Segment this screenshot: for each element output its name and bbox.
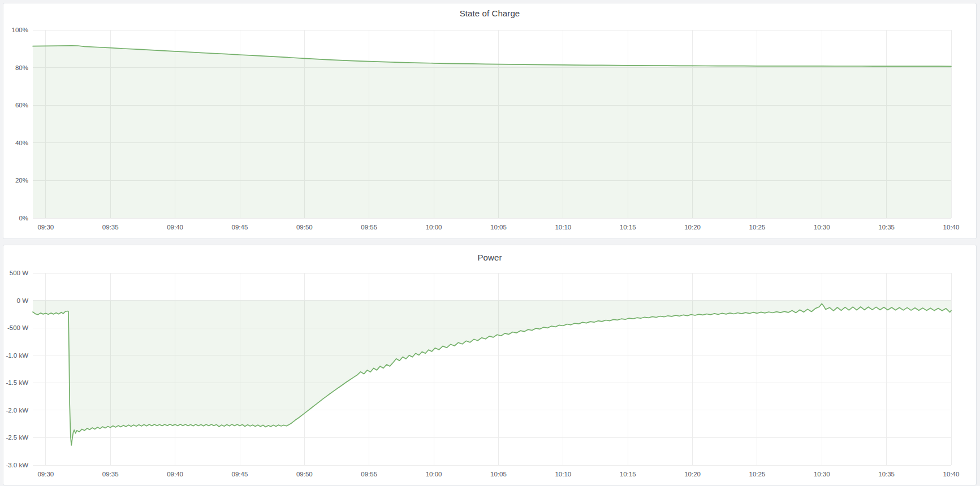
x-tick-label: 10:30 [814, 223, 830, 231]
y-tick-label: 100% [3, 26, 28, 34]
x-tick-label: 10:35 [878, 470, 895, 478]
y-tick-label: -2.5 kW [3, 433, 28, 441]
y-tick-label: 40% [3, 139, 28, 147]
x-tick-label: 10:15 [620, 223, 636, 231]
x-tick-label: 09:40 [167, 470, 183, 478]
panel-state-of-charge: State of Charge 100%80%60%40%20%0%09:300… [3, 3, 977, 239]
x-tick-label: 09:30 [37, 223, 54, 231]
x-tick-label: 10:10 [555, 470, 571, 478]
power-plot-area[interactable] [33, 273, 951, 465]
y-tick-label: -1.0 kW [3, 352, 28, 359]
x-tick-label: 10:05 [490, 470, 507, 478]
y-tick-label: 20% [3, 176, 28, 184]
x-tick-label: 09:55 [361, 470, 377, 478]
x-tick-label: 09:35 [102, 470, 119, 478]
x-tick-label: 09:30 [37, 470, 54, 478]
x-tick-label: 09:35 [102, 223, 119, 231]
x-tick-label: 10:25 [749, 470, 766, 478]
soc-plot-area[interactable] [33, 30, 951, 218]
x-tick-label: 10:20 [684, 223, 701, 231]
y-tick-label: 60% [3, 101, 28, 109]
soc-area-fill [33, 46, 951, 218]
x-tick-label: 10:25 [749, 223, 766, 231]
x-tick-label: 10:30 [814, 470, 830, 478]
panel-power: Power 500 W0 W-500 W-1.0 kW-1.5 kW-2.0 k… [3, 245, 977, 485]
x-tick-label: 10:00 [426, 223, 442, 231]
y-tick-label: -1.5 kW [3, 379, 28, 387]
x-tick-label: 10:40 [943, 470, 960, 478]
x-tick-label: 09:50 [296, 470, 313, 478]
x-tick-label: 09:55 [361, 223, 377, 231]
dashboard: { "page": { "background_color": "#f2f3f5… [0, 0, 980, 486]
y-tick-label: 500 W [3, 269, 28, 277]
x-tick-label: 10:40 [943, 223, 960, 231]
y-tick-label: 0 W [3, 297, 28, 305]
x-tick-label: 10:20 [684, 470, 701, 478]
y-tick-label: -3.0 kW [3, 461, 28, 469]
x-tick-label: 10:35 [878, 223, 895, 231]
power-area-fill [33, 301, 951, 445]
x-tick-label: 09:45 [232, 470, 248, 478]
x-tick-label: 10:00 [426, 470, 442, 478]
panel-title-state-of-charge[interactable]: State of Charge [3, 8, 976, 18]
y-tick-label: -500 W [3, 324, 28, 332]
panel-title-power[interactable]: Power [3, 253, 976, 262]
x-tick-label: 10:15 [620, 470, 636, 478]
x-tick-label: 09:50 [296, 223, 313, 231]
x-tick-label: 10:10 [555, 223, 571, 231]
y-tick-label: 0% [3, 214, 28, 222]
x-tick-label: 09:40 [167, 223, 183, 231]
y-tick-label: 80% [3, 64, 28, 72]
y-tick-label: -2.0 kW [3, 406, 28, 414]
x-tick-label: 09:45 [232, 223, 248, 231]
x-tick-label: 10:05 [490, 223, 507, 231]
